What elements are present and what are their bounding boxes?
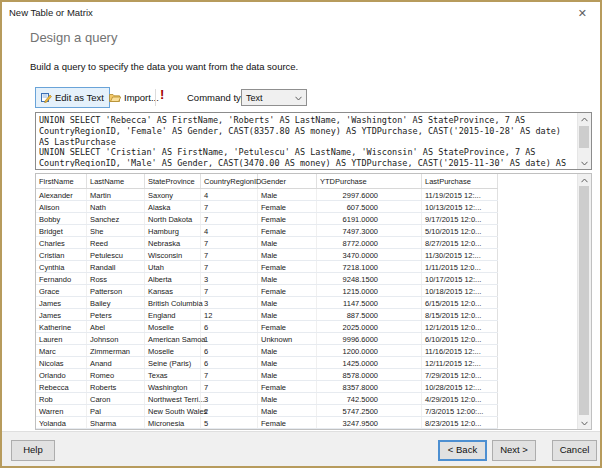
cell-lastname: Ross [87,273,145,284]
cell-ytdpurchase: 8357.8000 [317,381,422,392]
toolbar-separator [155,89,156,106]
query-scrollbar-thumb[interactable] [579,126,589,148]
table-row[interactable]: Grace Patterson Kansas 7 Female 1215.000… [36,285,498,297]
command-type-dropdown[interactable]: Text [241,89,307,106]
table-row[interactable]: Warren Pal New South Wales 2 Male 5747.2… [36,405,498,417]
cell-gender: Male [258,345,317,356]
open-folder-icon [109,92,121,103]
scroll-down-icon[interactable] [578,157,591,169]
cell-ytdpurchase: 1147.5000 [317,297,422,308]
query-text-line: AS LastPurchase [39,137,575,148]
cell-countryregionid: 7 [201,237,258,248]
query-text-line: CountryRegionID, 'Female' AS Gender, CAS… [39,126,575,137]
grid-header-row: FirstNameLastNameStateProvinceCountryReg… [36,174,498,189]
cell-lastpurchase: 4/29/2015 12:0... [422,393,498,404]
cell-ytdpurchase: 887.5000 [317,309,422,320]
cell-countryregionid: 7 [201,261,258,272]
grid-column-header[interactable]: LastPurchase [422,174,498,188]
cell-firstname: Fernando [36,273,87,284]
cell-lastname: Johnson [87,333,145,344]
grid-column-header[interactable]: StateProvince [145,174,201,188]
cell-firstname: Yolanda [36,417,87,428]
cell-firstname: Cristian [36,249,87,260]
table-row[interactable]: Bridget She Hamburg 4 Female 7497.3000 5… [36,225,498,237]
cell-stateprovince: Wisconsin [145,249,201,260]
cell-gender: Unknown [258,333,317,344]
edit-script-icon [41,92,52,103]
query-scrollbar[interactable] [577,113,591,169]
back-button[interactable]: < Back [438,440,487,461]
cell-ytdpurchase: 1200.0000 [317,345,422,356]
table-row[interactable]: Bobby Sanchez North Dakota 7 Female 6191… [36,213,498,225]
help-button[interactable]: Help [11,440,55,461]
cell-ytdpurchase: 9996.6000 [317,333,422,344]
table-row[interactable]: Marc Zimmerman Moselle 6 Male 1200.0000 … [36,345,498,357]
cell-ytdpurchase: 7497.3000 [317,225,422,236]
table-row[interactable]: Lauren Johnson American Samoa 1 Unknown … [36,333,498,345]
table-row[interactable]: Alison Nath Alaska 7 Female 607.5000 10/… [36,201,498,213]
grid-scrollbar[interactable] [577,174,591,429]
grid-column-header[interactable]: CountryRegionID [201,174,258,188]
grid-column-header[interactable]: Gender [258,174,317,188]
cancel-button[interactable]: Cancel [552,440,597,461]
cell-lastname: Roberts [87,381,145,392]
cell-stateprovince: Alberta [145,273,201,284]
scroll-up-icon[interactable] [578,113,591,125]
cell-ytdpurchase: 607.5000 [317,201,422,212]
error-exclamation-icon: ! [160,87,164,102]
cell-lastname: Romeo [87,369,145,380]
table-row[interactable]: Rebecca Roberts Washington 7 Female 8357… [36,381,498,393]
cell-gender: Male [258,237,317,248]
table-row[interactable]: Alexander Martin Saxony 4 Male 2997.6000… [36,189,498,201]
cell-firstname: Katherine [36,321,87,332]
grid-column-header[interactable]: YTDPurchase [317,174,422,188]
cell-stateprovince: Texas [145,369,201,380]
cell-countryregionid: 7 [201,213,258,224]
cell-lastname: Reed [87,237,145,248]
cell-gender: Female [258,381,317,392]
cell-lastname: Nath [87,201,145,212]
table-row[interactable]: Katherine Abel Moselle 6 Female 2025.000… [36,321,498,333]
grid-column-header[interactable]: LastName [87,174,145,188]
cell-stateprovince: Alaska [145,201,201,212]
cell-gender: Female [258,213,317,224]
cell-stateprovince: American Samoa [145,333,201,344]
next-button[interactable]: Next > [492,440,536,461]
query-text-editor[interactable]: UNION SELECT 'Rebecca' AS FirstName, 'Ro… [35,112,592,170]
cell-lastname: Pal [87,405,145,416]
cell-stateprovince: Washington [145,381,201,392]
table-row[interactable]: Yolanda Sharma Micronesia 5 Female 3247.… [36,417,498,429]
cell-firstname: Lauren [36,333,87,344]
table-row[interactable]: Nicolas Anand Seine (Paris) 6 Male 1425.… [36,357,498,369]
table-row[interactable]: Charles Reed Nebraska 7 Male 8772.0000 8… [36,237,498,249]
grid-column-header[interactable]: FirstName [36,174,87,188]
command-type-value: Text [246,93,263,103]
scroll-up-icon[interactable] [578,174,591,186]
cell-lastname: Peters [87,309,145,320]
table-row[interactable]: Cynthia Randall Utah 7 Female 7218.1000 … [36,261,498,273]
cell-lastpurchase: 5/10/2015 12:0... [422,225,498,236]
cell-stateprovince: Saxony [145,189,201,200]
grid-scrollbar-thumb[interactable] [579,186,589,415]
table-row[interactable]: Cristian Petulescu Wisconsin 7 Male 3470… [36,249,498,261]
cell-lastpurchase: 9/17/2015 12:0... [422,213,498,224]
cell-ytdpurchase: 8578.0000 [317,369,422,380]
close-icon[interactable]: ✕ [578,7,587,19]
cell-lastpurchase: 8/15/2015 12:0... [422,309,498,320]
cell-countryregionid: 3 [201,297,258,308]
table-row[interactable]: Orlando Romeo Texas 7 Male 8578.0000 7/2… [36,369,498,381]
table-row[interactable]: James Bailey British Columbia 3 Male 114… [36,297,498,309]
cell-countryregionid: 7 [201,201,258,212]
cell-lastname: Martin [87,189,145,200]
grid-body: Alexander Martin Saxony 4 Male 2997.6000… [36,189,591,429]
cell-lastname: She [87,225,145,236]
window-title: New Table or Matrix [9,7,93,18]
table-row[interactable]: Rob Caron Northwest Terri... 3 Male 742.… [36,393,498,405]
edit-as-text-button[interactable]: Edit as Text [35,87,110,108]
query-text-line: UNION SELECT 'Rebecca' AS FirstName, 'Ro… [39,115,575,126]
table-row[interactable]: James Peters England 12 Male 887.5000 8/… [36,309,498,321]
cell-firstname: Warren [36,405,87,416]
table-row[interactable]: Fernando Ross Alberta 3 Male 9248.1500 1… [36,273,498,285]
scroll-down-icon[interactable] [578,417,591,429]
cell-firstname: Rebecca [36,381,87,392]
